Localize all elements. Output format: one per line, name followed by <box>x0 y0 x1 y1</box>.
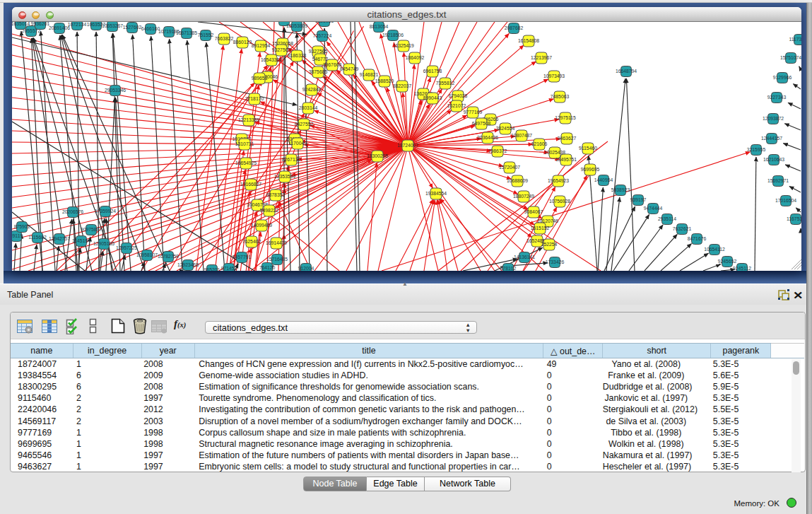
svg-text:7357224: 7357224 <box>313 33 332 38</box>
svg-text:39119: 39119 <box>12 233 23 238</box>
svg-text:5498222: 5498222 <box>260 208 279 213</box>
svg-text:12905185: 12905185 <box>93 241 114 246</box>
svg-text:1621072: 1621072 <box>447 103 466 108</box>
svg-text:751552: 751552 <box>198 33 214 37</box>
svg-text:15716485: 15716485 <box>266 257 288 262</box>
svg-text:764120: 764120 <box>259 265 276 270</box>
svg-text:1440954: 1440954 <box>594 177 613 182</box>
svg-text:9129966: 9129966 <box>773 75 792 80</box>
svg-text:7625402: 7625402 <box>242 239 261 244</box>
svg-text:19654923: 19654923 <box>548 178 569 183</box>
svg-text:1170049: 1170049 <box>288 141 307 146</box>
svg-text:16782759: 16782759 <box>158 254 179 259</box>
svg-text:10688609: 10688609 <box>507 178 528 183</box>
svg-text:9936201: 9936201 <box>31 22 50 26</box>
svg-text:20364436: 20364436 <box>477 135 498 140</box>
svg-text:1615152: 1615152 <box>531 226 550 230</box>
svg-text:9777169: 9777169 <box>464 110 483 115</box>
svg-text:878102: 878102 <box>500 266 517 271</box>
svg-text:18724007: 18724007 <box>397 143 418 148</box>
svg-text:8990443: 8990443 <box>423 95 442 100</box>
svg-text:6961758: 6961758 <box>423 69 442 74</box>
svg-text:621606: 621606 <box>531 141 548 146</box>
svg-text:9245652: 9245652 <box>718 259 737 264</box>
svg-text:18807249: 18807249 <box>513 194 534 199</box>
svg-text:9327503: 9327503 <box>272 47 291 52</box>
svg-text:12923468: 12923468 <box>177 262 199 267</box>
svg-text:16154808: 16154808 <box>518 38 539 43</box>
svg-text:11173416: 11173416 <box>789 37 801 42</box>
svg-text:252254: 252254 <box>541 242 558 247</box>
svg-text:12975115: 12975115 <box>555 115 576 120</box>
svg-text:1527602: 1527602 <box>123 25 142 30</box>
svg-text:939197: 939197 <box>630 197 647 202</box>
svg-text:2803144: 2803144 <box>299 105 318 110</box>
svg-text:10653267: 10653267 <box>102 23 123 28</box>
svg-text:7632621: 7632621 <box>673 226 692 231</box>
svg-text:16671385: 16671385 <box>176 30 197 35</box>
svg-text:15751074: 15751074 <box>780 55 801 60</box>
svg-text:10756928: 10756928 <box>549 199 570 204</box>
svg-text:9245112: 9245112 <box>733 266 751 271</box>
svg-text:8813054: 8813054 <box>370 24 389 29</box>
svg-text:1115682: 1115682 <box>28 235 47 240</box>
svg-text:12213967: 12213967 <box>531 55 552 60</box>
svg-text:16053809: 16053809 <box>286 23 307 28</box>
svg-text:875901: 875901 <box>14 224 30 229</box>
svg-text:9463627: 9463627 <box>558 136 577 141</box>
svg-text:15692971: 15692971 <box>767 178 789 183</box>
svg-text:18495751: 18495751 <box>555 157 577 162</box>
svg-text:19166827: 19166827 <box>240 182 261 187</box>
svg-text:2087682: 2087682 <box>505 25 524 30</box>
svg-text:19384554: 19384554 <box>425 191 447 196</box>
svg-text:16648794: 16648794 <box>616 69 637 74</box>
svg-text:6466160: 6466160 <box>141 26 160 31</box>
svg-text:8427552: 8427552 <box>295 122 314 127</box>
svg-text:6794028: 6794028 <box>449 93 468 98</box>
svg-text:12213389: 12213389 <box>238 117 259 122</box>
svg-text:8471676: 8471676 <box>688 236 707 241</box>
svg-text:17957225: 17957225 <box>116 245 137 250</box>
svg-text:10807487: 10807487 <box>511 133 532 138</box>
svg-text:9457791: 9457791 <box>233 255 252 259</box>
svg-text:19218506: 19218506 <box>382 33 404 37</box>
svg-text:18300295: 18300295 <box>367 153 388 158</box>
svg-text:7663822: 7663822 <box>215 36 234 41</box>
svg-text:5938923: 5938923 <box>611 187 630 192</box>
svg-text:8860123: 8860123 <box>233 40 252 45</box>
svg-text:1864092: 1864092 <box>406 55 425 60</box>
svg-text:3824554: 3824554 <box>496 126 515 131</box>
svg-text:8454749: 8454749 <box>340 66 359 71</box>
svg-text:3875685: 3875685 <box>309 69 328 74</box>
svg-text:10958107: 10958107 <box>136 252 158 257</box>
svg-text:912004: 912004 <box>298 266 314 271</box>
svg-text:2718170: 2718170 <box>245 96 264 101</box>
svg-text:8822037: 8822037 <box>393 83 412 88</box>
svg-text:7986372: 7986372 <box>488 148 507 153</box>
svg-text:9084067: 9084067 <box>524 209 543 214</box>
svg-text:10973493: 10973493 <box>543 74 565 78</box>
svg-text:7355812: 7355812 <box>436 81 455 86</box>
svg-text:14099489: 14099489 <box>251 223 272 228</box>
svg-text:1145194: 1145194 <box>72 238 90 243</box>
svg-text:2935114: 2935114 <box>658 216 676 221</box>
svg-text:12942757: 12942757 <box>49 236 70 241</box>
svg-text:16543362: 16543362 <box>261 57 282 62</box>
svg-text:12353594: 12353594 <box>274 174 295 179</box>
svg-text:9227343: 9227343 <box>767 95 787 100</box>
svg-text:16210643: 16210643 <box>763 157 784 162</box>
svg-text:16914479: 16914479 <box>266 240 287 245</box>
svg-text:10654112: 10654112 <box>704 247 725 252</box>
svg-text:9146821: 9146821 <box>360 72 379 77</box>
svg-text:8878352: 8878352 <box>266 192 286 197</box>
svg-text:1167533: 1167533 <box>787 216 801 221</box>
svg-text:90975887: 90975887 <box>81 227 102 232</box>
svg-text:965201: 965201 <box>204 267 220 271</box>
svg-text:7485063: 7485063 <box>551 94 570 99</box>
svg-text:8186328: 8186328 <box>288 53 307 58</box>
svg-text:17359924: 17359924 <box>95 209 116 214</box>
svg-text:546772: 546772 <box>312 57 329 62</box>
svg-text:29053346: 29053346 <box>105 88 126 93</box>
svg-text:1310731: 1310731 <box>235 141 254 146</box>
svg-text:1803213: 1803213 <box>275 22 294 23</box>
